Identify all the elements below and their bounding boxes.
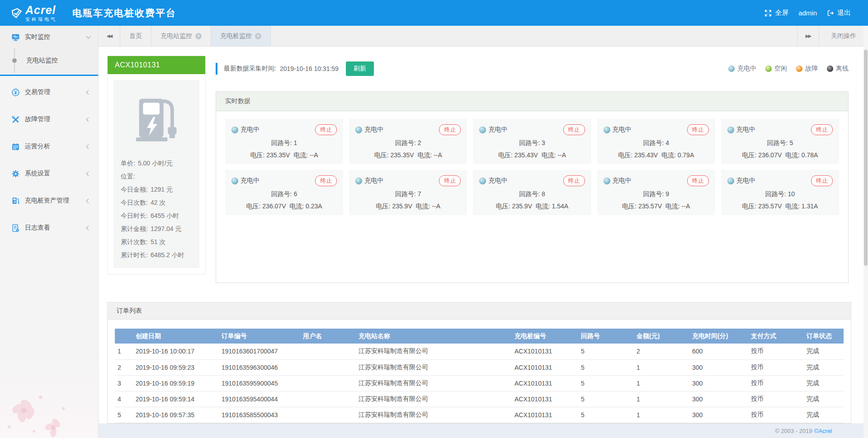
cell-pile-no: ACX1010131 [512, 391, 578, 407]
sidebar: 实时监控 充电站监控 交易管理 [0, 26, 99, 438]
sidebar-subitem-station-monitor[interactable]: 充电站监控 [0, 48, 98, 73]
cell-amount: 1 [634, 407, 689, 423]
circuit-number-value: 3 [542, 139, 545, 146]
cell-circuit: 5 [578, 391, 634, 407]
footer-brand-link[interactable]: ©Acrel [814, 428, 832, 434]
logo-text: Acrel [25, 5, 57, 16]
legend-charging: 充电中 [728, 65, 756, 73]
cell-amount: 2 [634, 344, 689, 359]
current-value: 0.79A [678, 151, 694, 159]
terminate-button[interactable]: 终止 [315, 175, 337, 186]
chevron-left-icon [86, 117, 91, 122]
realtime-grid: 充电中 终止 回路号: 1 电压: 235.35V 电流: --A 充电中 终止… [216, 111, 848, 223]
orders-table: 创建日期 订单编号 用户名 充电站名称 充电桩编号 回路号 金额(元) 充电时间… [115, 329, 844, 423]
sidebar-item-label: 交易管理 [25, 88, 87, 96]
fullscreen-button[interactable]: 全屏 [764, 9, 788, 17]
pile-stats-list: 单价:5.00 小时/元 位置: 今日金额:1291 元 今日次数:42 次 今… [113, 157, 199, 262]
transaction-icon [12, 89, 19, 96]
collect-time-value: 2019-10-16 10:31:59 [280, 65, 339, 72]
voltage-current-line: 电压: 235.57V 电流: 1.31A [727, 203, 833, 211]
circuit-number-line: 回路号: 9 [604, 190, 709, 198]
refresh-button[interactable]: 刷新 [346, 61, 374, 76]
tab-label: 充电桩监控 [220, 32, 252, 40]
sidebar-item-transactions[interactable]: 交易管理 [0, 79, 98, 106]
sidebar-subitem-label: 充电站监控 [26, 57, 58, 65]
voltage-current-line: 电压: 236.07V 电流: 0.78A [727, 151, 833, 160]
sidebar-item-analysis[interactable]: 运营分析 [0, 133, 98, 160]
current-value: --A [432, 203, 440, 210]
tabs-scroll-right-button[interactable]: ▶▶ [797, 26, 819, 46]
sidebar-item-pile-assets[interactable]: 充电桩资产管理 [0, 187, 98, 214]
order-row: 3 2019-10-16 09:59:19 1910163595900045 江… [115, 375, 844, 391]
voltage-value: 235.43V [634, 151, 658, 159]
cell-station: 江苏安科瑞制造有限公司 [356, 344, 512, 359]
fullscreen-label: 全屏 [775, 9, 788, 17]
charging-status-label: 充电中 [736, 177, 755, 185]
sidebar-item-logs[interactable]: 日志查看 [0, 214, 98, 241]
cell-pay-method: 投币 [748, 375, 804, 391]
terminate-button[interactable]: 终止 [439, 175, 461, 186]
cell-amount: 1 [634, 359, 689, 375]
user-menu[interactable]: admin [798, 9, 817, 17]
cell-created: 2019-10-16 09:59:14 [133, 391, 219, 407]
terminate-button[interactable]: 终止 [811, 175, 833, 186]
terminate-button[interactable]: 终止 [563, 124, 585, 135]
terminate-button[interactable]: 终止 [563, 175, 585, 186]
sidebar-item-settings[interactable]: 系统设置 [0, 160, 98, 187]
sidebar-item-faults[interactable]: 故障管理 [0, 106, 98, 133]
voltage-value: 236.07V [758, 151, 782, 159]
voltage-value: 236.07V [262, 203, 286, 210]
scrollbar-thumb[interactable] [864, 50, 868, 266]
tab-pile-monitor[interactable]: 充电桩监控 × [211, 26, 271, 46]
voltage-current-line: 电压: 236.07V 电流: 0.23A [231, 203, 337, 211]
terminate-button[interactable]: 终止 [687, 175, 709, 186]
sidebar-item-label: 故障管理 [25, 115, 87, 123]
cell-index: 4 [115, 391, 133, 407]
circuit-number-line: 回路号: 6 [231, 190, 337, 198]
circuit-status-card: 充电中 终止 回路号: 8 电压: 235.9V 电流: 1.54A [473, 170, 591, 215]
circuit-number-value: 5 [789, 139, 793, 146]
sidebar-item-label: 实时监控 [25, 33, 87, 41]
current-value: 1.31A [802, 203, 818, 210]
cell-index: 5 [115, 407, 133, 423]
cell-station: 江苏安科瑞制造有限公司 [356, 407, 512, 423]
cell-status: 完成 [804, 391, 844, 407]
vertical-scrollbar[interactable] [863, 26, 868, 438]
tab-label: 充电站监控 [160, 32, 192, 40]
chevron-left-icon [86, 226, 91, 230]
timeline-dot-icon [12, 58, 17, 63]
charging-status-dot-icon [727, 127, 734, 133]
terminate-button[interactable]: 终止 [439, 124, 461, 135]
pile-asset-icon [12, 197, 19, 205]
terminate-button[interactable]: 终止 [315, 124, 337, 135]
col-amount: 金额(元) [634, 329, 689, 344]
page-footer: © 2003 - 2019 ©Acrel [99, 424, 868, 438]
tab-close-icon[interactable]: × [255, 33, 261, 39]
collect-time-label: 最新数据采集时间: [224, 65, 276, 73]
orders-section: 订单列表 创建日期 订单编号 用户名 充电站名称 充电 [107, 302, 851, 424]
close-operations-button[interactable]: 关闭操作 [819, 26, 868, 46]
terminate-button[interactable]: 终止 [811, 124, 833, 135]
tab-close-icon[interactable]: × [195, 33, 202, 39]
page-title: 电瓶车充电桩收费平台 [72, 7, 176, 19]
sidebar-item-realtime-monitor[interactable]: 实时监控 [0, 26, 98, 48]
col-circuit: 回路号 [578, 329, 634, 344]
charging-status-dot-icon [479, 178, 486, 184]
current-value: --A [310, 151, 318, 159]
circuit-status-card: 充电中 终止 回路号: 5 电压: 236.07V 电流: 0.78A [721, 119, 839, 164]
col-minutes: 充电时间(分) [689, 329, 748, 344]
terminate-button[interactable]: 终止 [687, 124, 709, 135]
tab-station-monitor[interactable]: 充电站监控 × [151, 26, 211, 46]
cell-created: 2019-10-16 09:59:23 [133, 359, 219, 375]
charging-status-label: 充电中 [364, 177, 383, 185]
circuit-number-line: 回路号: 1 [231, 139, 337, 147]
col-station: 充电站名称 [356, 329, 512, 344]
col-pile-no: 充电桩编号 [512, 329, 578, 344]
main-content: ACX1010131 [99, 47, 868, 438]
pile-info-card: ACX1010131 [107, 56, 206, 274]
decorative-flowers [0, 354, 86, 438]
tabs-scroll-left-button[interactable]: ◀◀ [99, 26, 120, 46]
cell-amount: 1 [634, 391, 689, 407]
logout-button[interactable]: 退出 [827, 9, 851, 17]
tab-home[interactable]: 首页 [120, 26, 151, 46]
